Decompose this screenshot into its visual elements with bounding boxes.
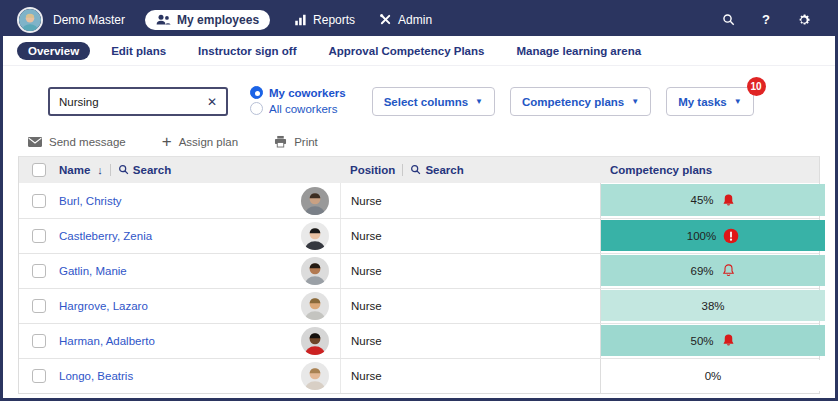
exclamation-circle-icon[interactable] [723, 228, 739, 244]
name-search-label: Search [133, 164, 171, 176]
coworker-radio-group: My coworkersAll coworkers [250, 86, 346, 115]
employee-name-link[interactable]: Longo, Beatris [59, 370, 290, 382]
select-all-checkbox[interactable] [32, 163, 46, 177]
competency-cell: 69% [600, 254, 825, 288]
employee-name-link[interactable]: Burl, Christy [59, 195, 290, 207]
competency-header-label: Competency plans [610, 164, 712, 176]
bell-outline-icon[interactable] [721, 263, 736, 278]
radio-dot [250, 86, 263, 99]
row-checkbox[interactable] [32, 369, 46, 383]
row-checkbox[interactable] [32, 194, 46, 208]
bell-filled-icon[interactable] [721, 333, 736, 348]
tab-manage-learning-arena[interactable]: Manage learning arena [505, 42, 652, 60]
employee-name-link[interactable]: Hargrove, Lazaro [59, 300, 290, 312]
dropdown-my-tasks-wrap: My tasks▼10 [666, 87, 754, 116]
header-divider [110, 164, 111, 176]
name-header-label: Name [59, 164, 90, 176]
position-cell: Nurse [340, 219, 600, 253]
action-label: Assign plan [179, 136, 238, 148]
plus-icon: + [162, 133, 172, 150]
envelope-icon [28, 137, 42, 147]
competency-progress: 38% [601, 290, 825, 321]
radio-label: My coworkers [269, 87, 346, 99]
user-avatar[interactable] [17, 7, 43, 33]
competency-progress: 45% [601, 184, 825, 216]
name-search-toggle[interactable]: Search [118, 164, 171, 177]
position-search-toggle[interactable]: Search [410, 164, 463, 177]
dropdown-label: My tasks [678, 96, 727, 108]
action-label: Send message [49, 136, 126, 148]
employee-name-link[interactable]: Harman, Adalberto [59, 335, 290, 347]
competency-cell: 38% [600, 289, 825, 323]
competency-column-header: Competency plans [600, 164, 825, 176]
table-header-row: Name ↓ Search Position Search Competency… [19, 157, 819, 183]
radio-my-coworkers[interactable]: My coworkers [250, 86, 346, 99]
action-label: Print [294, 136, 318, 148]
dropdown-my-tasks[interactable]: My tasks▼ [666, 87, 754, 116]
dropdown-competency-plans[interactable]: Competency plans▼ [510, 87, 651, 116]
dropdown-competency-plans-wrap: Competency plans▼ [510, 87, 651, 116]
competency-cell: 0% [600, 359, 825, 393]
position-column-header[interactable]: Position Search [340, 164, 600, 177]
assign-plan-button[interactable]: +Assign plan [162, 133, 238, 150]
employee-avatar [290, 362, 340, 390]
dropdown-select-columns[interactable]: Select columns▼ [372, 87, 495, 116]
search-icon[interactable] [722, 13, 735, 26]
competency-progress: 50% [601, 325, 825, 356]
employee-name-link[interactable]: Gatlin, Manie [59, 265, 290, 277]
table-row: Harman, AdalbertoNurse50% [19, 323, 819, 358]
clear-search-icon[interactable]: ✕ [205, 95, 226, 109]
topnav-item-label: My employees [177, 13, 259, 27]
bar-chart-icon [294, 14, 307, 26]
table-body: Burl, ChristyNurse45%Castleberry, ZeniaN… [19, 183, 819, 393]
radio-label: All coworkers [269, 103, 337, 115]
employee-avatar [290, 292, 340, 320]
top-navbar: Demo Master My employeesReportsAdmin ? [3, 3, 835, 36]
name-column-header[interactable]: Name ↓ Search [59, 164, 340, 177]
search-input[interactable] [50, 96, 205, 108]
help-icon[interactable]: ? [762, 12, 770, 27]
competency-cell: 100% [600, 219, 825, 253]
competency-percent: 100% [687, 230, 716, 242]
radio-dot [250, 102, 263, 115]
employee-avatar [290, 327, 340, 355]
employee-name-link[interactable]: Castleberry, Zenia [59, 230, 290, 242]
task-count-badge: 10 [747, 77, 766, 96]
sort-desc-icon[interactable]: ↓ [97, 164, 103, 176]
row-checkbox[interactable] [32, 334, 46, 348]
send-message-button[interactable]: Send message [28, 136, 126, 148]
bell-filled-icon[interactable] [721, 193, 736, 208]
competency-percent: 50% [690, 335, 713, 347]
gear-icon[interactable] [797, 13, 811, 27]
printer-icon [274, 135, 287, 148]
tab-edit-plans[interactable]: Edit plans [100, 42, 177, 60]
position-cell: Nurse [340, 254, 600, 288]
row-checkbox[interactable] [32, 264, 46, 278]
chevron-down-icon: ▼ [475, 98, 483, 106]
tab-overview[interactable]: Overview [17, 42, 90, 60]
dropdown-select-columns-wrap: Select columns▼ [372, 87, 495, 116]
topnav-item-my-employees[interactable]: My employees [145, 10, 270, 30]
user-name: Demo Master [53, 13, 125, 27]
tab-instructor-sign-off[interactable]: Instructor sign off [187, 42, 307, 60]
topnav-item-admin[interactable]: Admin [379, 13, 432, 27]
position-cell: Nurse [340, 289, 600, 323]
radio-all-coworkers[interactable]: All coworkers [250, 102, 346, 115]
position-header-label: Position [350, 164, 395, 176]
chevron-down-icon: ▼ [631, 98, 639, 106]
competency-progress: 0% [601, 360, 825, 391]
row-checkbox[interactable] [32, 299, 46, 313]
competency-progress: 69% [601, 255, 825, 286]
row-checkbox[interactable] [32, 229, 46, 243]
sub-navbar: OverviewEdit plansInstructor sign offApp… [3, 36, 835, 66]
table-row: Burl, ChristyNurse45% [19, 183, 819, 218]
topnav-item-reports[interactable]: Reports [294, 13, 355, 27]
tab-approval-competency-plans[interactable]: Approval Competency Plans [318, 42, 496, 60]
topbar-right-icons: ? [722, 12, 811, 27]
dropdown-label: Competency plans [522, 96, 624, 108]
search-icon [410, 164, 421, 177]
top-nav-items: My employeesReportsAdmin [145, 10, 432, 30]
header-divider [402, 164, 403, 176]
bulk-action-row: Send message+Assign planPrint [28, 133, 835, 150]
print-button[interactable]: Print [274, 135, 318, 148]
